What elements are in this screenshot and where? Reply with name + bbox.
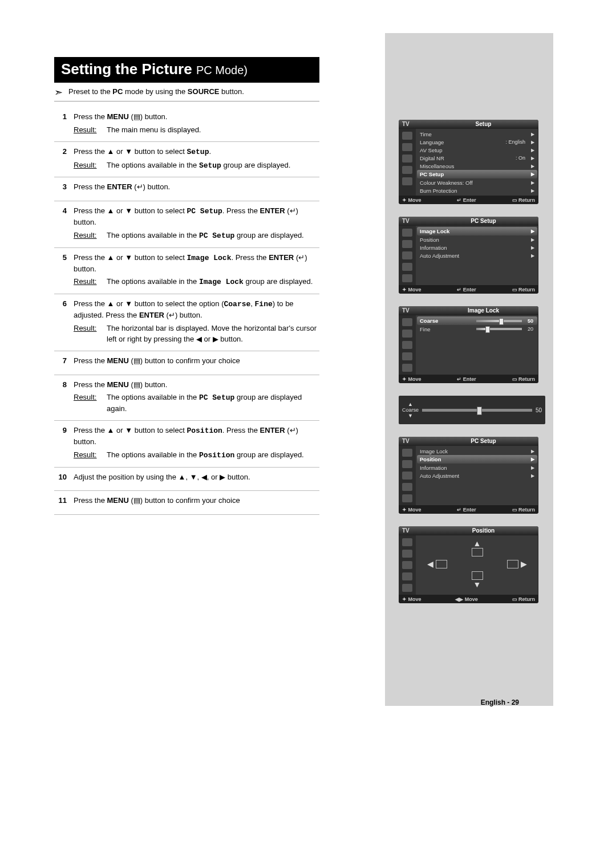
osd-item: Language: English▶ [416,138,538,146]
step-number: 2 [54,147,67,157]
osd-category-icon [402,341,412,349]
osd-body: Time▶Language: English▶AV Setup▶Digital … [399,129,538,196]
osd-pcsetup-2: TVPC SetupImage Lock▶Position▶Informatio… [399,437,538,514]
footer-enter: ↵ Enter [457,507,476,513]
osd-icon-strip [399,226,416,285]
chevron-right-icon: ▶ [531,188,534,193]
osd-item: Miscellaneous▶ [416,162,538,170]
step-body: Press the ▲ or ▼ button to select Image … [74,253,319,289]
osd-slider: 20 [476,326,533,332]
steps-list: 1Press the MENU (▤) button.Result:The ma… [54,107,319,515]
chevron-right-icon: ▶ [531,229,534,234]
screen-icon [472,571,483,580]
osd-item: Digital NR: On▶ [416,154,538,162]
instructions-column: Setting the Picture PC Mode) ➣ Preset to… [54,57,319,515]
osd-items: Time▶Language: English▶AV Setup▶Digital … [416,129,538,196]
osd-category-icon [402,538,412,546]
slider-thumb [485,326,490,333]
osd-item-value: : On [516,155,525,161]
chevron-right-icon: ▶ [531,156,534,161]
osd-category-icon [402,449,412,457]
coarse-track [422,409,532,412]
step-number: 5 [54,253,67,263]
step-text: Adjust the position by using the ▲, ▼, ◀… [74,472,319,483]
osd-icon-strip [399,535,416,595]
result-text: The options available in the PC Setup gr… [107,230,304,242]
osd-item-label: PC Setup [420,171,444,177]
chevron-right-icon: ▶ [531,148,534,153]
osd-category-icon [402,460,412,468]
manual-page: Setting the Picture PC Mode) ➣ Preset to… [0,0,616,845]
step-result: Result:The options available in the PC S… [74,392,319,415]
step-body: Press the MENU (▤) button.Result:The mai… [74,112,319,136]
step-row: 3Press the ENTER (↵) button. [54,177,319,201]
osd-item: Image Lock▶ [417,227,537,235]
pointer-icon: ➣ [54,87,63,98]
osd-category: PC Setup [428,437,538,446]
slider-track [476,328,522,330]
step-body: Adjust the position by using the ▲, ▼, ◀… [74,472,319,485]
step-row: 10Adjust the position by using the ▲, ▼,… [54,468,319,491]
osd-footer: ✦ Move↵ Enter▭ Return [399,505,538,514]
osd-category-icon [402,240,412,248]
osd-titlebar: TVPosition [399,526,538,535]
step-row: 1Press the MENU (▤) button.Result:The ma… [54,107,319,142]
osd-imagelock: TVImage LockCoarse50Fine20✦ Move↵ Enter▭… [399,306,538,383]
step-text: Press the MENU (▤) button to confirm you… [74,495,319,506]
chevron-right-icon: ▶ [531,253,534,258]
osd-category-icon [402,352,412,360]
osd-item: AV Setup▶ [416,146,538,154]
slider-thumb [499,318,504,325]
chevron-right-icon: ▶ [531,473,534,478]
osd-screenshots: TVSetupTime▶Language: English▶AV Setup▶D… [399,120,538,603]
osd-category: Position [428,526,538,535]
slider-fill [476,328,485,330]
footer-enter: ↵ Enter [457,376,476,382]
result-text: The options available in the PC Setup gr… [107,392,319,415]
osd-item: Time▶ [416,130,538,138]
osd-item-label: Burn Protection [420,188,457,194]
step-body: Press the MENU (▤) button to confirm you… [74,356,319,369]
step-row: 9Press the ▲ or ▼ button to select Posit… [54,421,319,468]
osd-category-icon [402,472,412,480]
step-body: Press the ▲ or ▼ button to select PC Set… [74,206,319,242]
osd-category-icon [402,251,412,259]
osd-item-label: Auto Adjustment [420,253,459,259]
step-number: 6 [54,299,67,310]
osd-item-label: Colour Weakness: Off [420,180,473,186]
osd-category-icon [402,572,412,580]
step-number: 4 [54,206,67,217]
osd-category: Setup [428,120,538,129]
osd-category-icon [402,494,412,502]
osd-item-label: Image Lock [420,228,449,234]
step-result: Result:The options available in the Setu… [74,160,319,172]
triangle-down-icon: ▼ [408,413,413,419]
osd-category-icon [402,177,412,185]
osd-body: ▲ ▼ ◀ ▶ [399,535,538,595]
step-text: Press the ▲ or ▼ button to select Image … [74,253,319,275]
coarse-value: 50 [536,407,542,413]
osd-tv-label: TV [399,437,428,446]
chevron-right-icon: ▶ [531,245,534,250]
result-label: Result: [74,125,99,136]
osd-category-icon [402,318,412,326]
step-body: Press the ENTER (↵) button. [74,182,319,195]
step-row: 11Press the MENU (▤) button to confirm y… [54,491,319,515]
result-label: Result: [74,160,99,172]
footer-return: ▭ Return [512,596,536,602]
screen-icon [507,560,518,568]
step-result: Result:The options available in the Posi… [74,450,319,461]
title-main: Setting the Picture [61,60,196,78]
osd-footer: ✦ Move↵ Enter▭ Return [399,375,538,383]
result-text: The horizontal bar is displayed. Move th… [107,323,319,345]
step-row: 4Press the ▲ or ▼ button to select PC Se… [54,201,319,248]
osd-item-label: Miscellaneous [420,163,454,169]
osd-category-icon [402,132,412,140]
page-number: English - 29 [481,698,519,706]
chevron-right-icon: ▶ [531,164,534,169]
osd-item: PC Setup▶ [417,170,537,178]
osd-category: PC Setup [428,217,538,226]
step-body: Press the ▲ or ▼ button to select Setup.… [74,147,319,172]
step-body: Press the MENU (▤) button.Result:The opt… [74,380,319,415]
osd-category-icon [402,561,412,569]
